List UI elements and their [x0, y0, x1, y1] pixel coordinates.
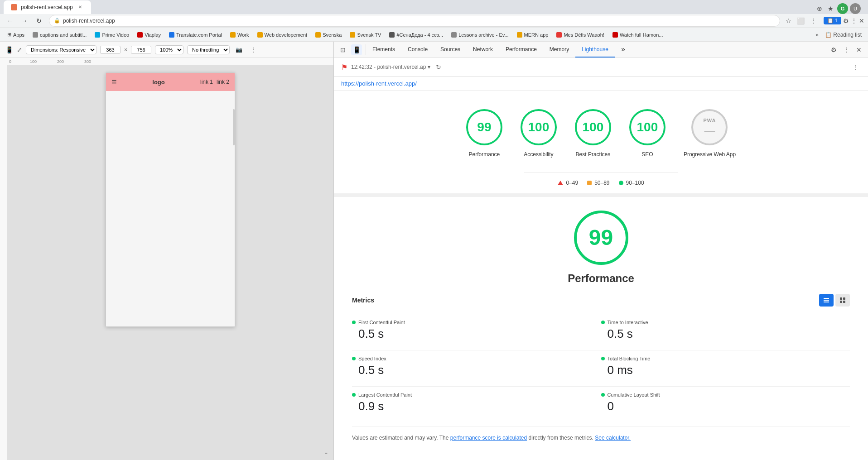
settings-icon[interactable]: ⚙ — [843, 17, 849, 24]
legend-orange-label: 50–89 — [594, 180, 609, 186]
tab-sources[interactable]: Sources — [434, 42, 467, 58]
refresh-button[interactable]: ↻ — [33, 14, 45, 27]
more-options-icon[interactable]: ⋮ — [248, 44, 259, 55]
back-button[interactable]: ← — [4, 14, 16, 27]
metric-cls-dot — [601, 393, 605, 397]
bookmark-viaplay[interactable]: Viaplay — [134, 31, 164, 38]
device-select[interactable]: Dimensions: Responsive — [26, 45, 96, 54]
bookmark-favicon — [169, 32, 174, 38]
tab-network[interactable]: Network — [467, 42, 499, 58]
tab-more-tools[interactable]: » — [615, 42, 632, 58]
capture-screenshot-icon[interactable]: 📷 — [233, 44, 244, 55]
bookmark-work[interactable]: Work — [227, 31, 252, 38]
screen-cast-icon[interactable]: ⬜ — [797, 17, 805, 24]
legend-orange-icon — [587, 181, 592, 185]
user-avatar[interactable]: U — [850, 3, 861, 14]
reading-list-badge[interactable]: 📋 1 — [824, 17, 841, 24]
metric-si-value: 0.5 s — [358, 363, 601, 377]
svg-rect-0 — [824, 298, 829, 299]
scores-section: 99 Performance 100 Accessibility — [457, 91, 745, 168]
bookmark-svenska[interactable]: Svenska — [312, 31, 345, 38]
reading-list-area: 📋 1 ⚙ ⋮ ✕ — [824, 17, 864, 24]
bookmark-favicon — [517, 32, 522, 38]
pwa-circle: PWA — — [691, 109, 728, 145]
horizontal-ruler: 0 100 200 300 — [7, 58, 333, 65]
resize-handle[interactable]: = — [323, 449, 330, 456]
close-devtools-icon[interactable]: ✕ — [859, 17, 864, 24]
lighthouse-options-icon[interactable]: ⋮ — [850, 62, 861, 72]
more-devtools-icon[interactable]: ⋮ — [851, 17, 857, 24]
metric-fcp: First Contentful Paint 0.5 s — [352, 314, 601, 350]
width-input[interactable] — [100, 46, 121, 54]
metric-si-dot — [352, 357, 356, 360]
bookmark-webdev[interactable]: Web developement — [254, 31, 311, 38]
accessibility-label: Accessibility — [524, 151, 553, 158]
main-area: 📱 ⤢ Dimensions: Responsive × 100% No thr… — [0, 42, 868, 460]
bookmark-apps[interactable]: ⊞ Apps — [4, 31, 28, 38]
profile-extensions-icon[interactable]: ⊕ — [815, 4, 824, 13]
pointer-icon[interactable]: ⊡ — [338, 44, 348, 55]
best-practices-circle: 100 — [575, 109, 611, 145]
tab-performance[interactable]: Performance — [499, 42, 543, 58]
metrics-note: Values are estimated and may vary. The p… — [352, 426, 850, 449]
rotate-screen-icon[interactable]: ⤢ — [17, 46, 22, 53]
lighthouse-url-link[interactable]: https://polish-rent.vercel.app/ — [341, 80, 417, 87]
bookmark-favicon — [389, 32, 395, 38]
chrome-extensions-icon[interactable]: G — [837, 3, 848, 14]
bookmark-translate[interactable]: Translate.com Portal — [165, 31, 226, 38]
bookmark-label: Svensk TV — [357, 32, 381, 38]
device-toggle-icon[interactable]: 📱 — [5, 46, 13, 53]
bookmark-favicon — [315, 32, 321, 38]
tab-memory[interactable]: Memory — [543, 42, 575, 58]
star-icon[interactable]: ★ — [826, 4, 835, 13]
bookmark-captions[interactable]: captions and subtitl... — [29, 31, 90, 38]
metrics-view-grid-button[interactable] — [835, 294, 850, 307]
tab-console[interactable]: Console — [401, 42, 434, 58]
bookmark-sena[interactable]: #СенаДеда - 4 сез... — [386, 31, 447, 38]
metric-fcp-value: 0.5 s — [358, 327, 601, 341]
tab-lighthouse[interactable]: Lighthouse — [575, 42, 615, 58]
metrics-section: Metrics — [334, 294, 868, 449]
bookmark-svensk-tv[interactable]: Svensk TV — [346, 31, 385, 38]
perf-score-link[interactable]: performance score is calculated — [450, 435, 527, 441]
bookmark-label: Translate.com Portal — [176, 32, 222, 38]
metrics-view-list-button[interactable] — [819, 294, 834, 307]
more-bookmarks-icon[interactable]: » — [813, 31, 821, 39]
bookmark-favicon — [230, 32, 236, 38]
device-mode-icon[interactable]: 📱 — [351, 44, 362, 55]
bookmark-label: Apps — [13, 32, 24, 38]
metrics-grid: First Contentful Paint 0.5 s Time to Int… — [352, 314, 850, 422]
bookmark-hamon[interactable]: Watch full Hamon... — [609, 31, 667, 38]
more-options-icon[interactable]: ⋮ — [810, 17, 816, 24]
bookmark-defis[interactable]: Mes Défis Waaoh! — [553, 31, 608, 38]
device-menu-icon: ☰ — [111, 79, 117, 86]
address-bar[interactable]: 🔒 polish-rent.vercel.app — [49, 15, 780, 27]
close-devtools-button[interactable]: ✕ — [854, 44, 864, 55]
tab-elements[interactable]: Elements — [366, 42, 401, 58]
lighthouse-content[interactable]: ⚑ 12:42:32 - polish-rent.vercel.ap ▾ ↻ ⋮… — [334, 58, 868, 460]
more-devtools-options-icon[interactable]: ⋮ — [841, 44, 852, 55]
reload-icon[interactable]: ↻ — [436, 63, 441, 71]
bookmark-mern[interactable]: MERN app — [513, 31, 552, 38]
bookmark-label: captions and subtitl... — [40, 32, 87, 38]
bookmark-lessons[interactable]: Lessons archive - Ev... — [448, 31, 512, 38]
settings-action-icon[interactable]: ⚙ — [828, 44, 839, 55]
bookmark-prime-video[interactable]: Prime Video — [91, 31, 133, 38]
active-tab[interactable]: polish-rent.vercel.app ✕ — [4, 0, 91, 14]
bookmark-star-icon[interactable]: ☆ — [786, 17, 791, 24]
timestamp-dropdown-icon[interactable]: ▾ — [428, 64, 430, 70]
resize-icon: = — [325, 450, 328, 455]
tab-title: polish-rent.vercel.app — [21, 4, 73, 10]
score-best-practices: 100 Best Practices — [575, 109, 611, 158]
viewport-inner: 0 100 200 300 ☰ logo link 1 — [7, 58, 333, 460]
devtools-tabs: Elements Console Sources Network Perform… — [366, 42, 825, 58]
height-input[interactable] — [131, 46, 151, 54]
forward-button[interactable]: → — [18, 14, 31, 27]
tab-close-button[interactable]: ✕ — [77, 4, 84, 11]
zoom-select[interactable]: 100% — [155, 45, 183, 54]
reading-list-icon[interactable]: 📋 Reading list — [822, 31, 864, 39]
throttle-select[interactable]: No throttling — [187, 45, 230, 54]
calculator-link[interactable]: See calculator. — [595, 435, 631, 441]
browser-viewport: 📱 ⤢ Dimensions: Responsive × 100% No thr… — [0, 42, 333, 460]
metric-cls-value: 0 — [608, 399, 850, 413]
